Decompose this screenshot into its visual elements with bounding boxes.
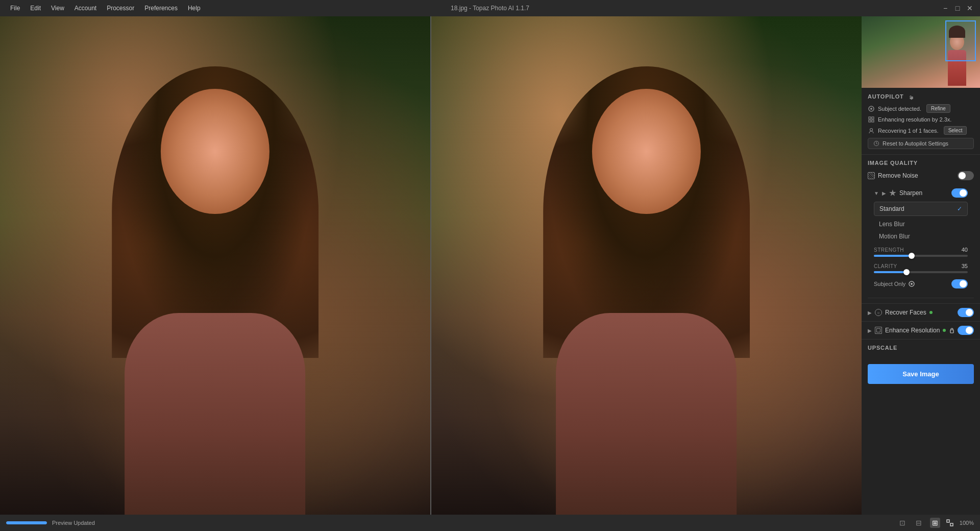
svg-point-6: [870, 128, 873, 131]
reset-icon: [873, 140, 879, 147]
fit-to-screen-icon[interactable]: [946, 519, 953, 526]
status-left: Preview Updated: [6, 520, 95, 526]
close-button[interactable]: ✕: [966, 4, 974, 12]
enhance-resolution-header[interactable]: ▶ Enhance Resolution: [868, 326, 974, 335]
thumbnail-selection[interactable]: [945, 20, 976, 61]
noise-icon: [868, 172, 875, 179]
thumbnail-area[interactable]: [862, 16, 980, 88]
remove-noise-row: Remove Noise: [868, 171, 974, 180]
upscale-title: UPSCALE: [868, 345, 974, 351]
sharpen-collapse-arrow[interactable]: ▼: [874, 190, 879, 196]
subject-only-toggle[interactable]: [951, 279, 968, 288]
view-split-icon[interactable]: ⊞: [930, 518, 940, 528]
menu-file[interactable]: File: [6, 3, 24, 14]
clarity-label: CLARITY: [874, 263, 897, 269]
remove-noise-toggle[interactable]: [958, 171, 974, 180]
motion-blur-text: Motion Blur: [879, 233, 910, 240]
enhance-resolution-status-dot: [943, 329, 946, 332]
maximize-button[interactable]: □: [953, 4, 962, 12]
recover-icon: [868, 127, 875, 134]
sharpen-text: Sharpen: [899, 189, 922, 197]
bottom-bar: Preview Updated ⊡ ⊟ ⊞ 100%: [0, 515, 980, 531]
subject-detected-row: Subject detected. Refine: [868, 104, 974, 113]
main-area: AUTOPILOT Subject detected. Refine Enhan…: [0, 16, 980, 515]
menu-edit[interactable]: Edit: [26, 3, 45, 14]
status-right: ⊡ ⊟ ⊞ 100%: [897, 518, 974, 528]
svg-point-1: [870, 108, 872, 110]
lock-icon: [949, 327, 955, 333]
right-panel: AUTOPILOT Subject detected. Refine Enhan…: [862, 16, 980, 515]
motion-blur-option[interactable]: Motion Blur: [874, 230, 968, 243]
strength-slider-track[interactable]: [874, 255, 968, 257]
menu-preferences[interactable]: Preferences: [140, 3, 182, 14]
clarity-slider-fill: [874, 271, 906, 273]
enhance-resolution-text: Enhance Resolution: [885, 327, 940, 334]
menu-bar: File Edit View Account Processor Prefere…: [6, 3, 205, 14]
autopilot-title: AUTOPILOT: [868, 93, 904, 100]
sharpen-expand-arrow[interactable]: ▶: [882, 190, 886, 196]
refine-button[interactable]: Refine: [926, 104, 950, 113]
subject-detected-text: Subject detected.: [878, 106, 921, 112]
strength-slider-thumb[interactable]: [909, 253, 915, 259]
enhance-icon: [868, 116, 875, 123]
reset-autopilot-button[interactable]: Reset to Autopilot Settings: [868, 138, 974, 149]
sharpen-toggle[interactable]: [951, 188, 968, 198]
subject-icon: [868, 105, 875, 112]
svg-rect-2: [869, 117, 871, 119]
recover-faces-status-dot: [929, 311, 933, 314]
enhancing-row: Enhancing resolution by 2.3x.: [868, 116, 974, 123]
minimize-button[interactable]: −: [941, 4, 949, 12]
person-figure-left: [86, 66, 345, 515]
progress-bar: [6, 521, 47, 524]
svg-rect-3: [872, 117, 874, 119]
clarity-value: 35: [962, 263, 968, 269]
svg-rect-11: [950, 523, 953, 526]
select-button[interactable]: Select: [944, 126, 967, 135]
recovering-text: Recovering 1 of 1 faces.: [878, 128, 939, 134]
upscale-section: UPSCALE: [862, 340, 980, 356]
subject-only-label: Subject Only: [874, 281, 915, 287]
recovering-row: Recovering 1 of 1 faces. Select: [868, 126, 974, 135]
faces-icon: ☺: [875, 309, 882, 316]
sharpen-mode-value: Standard: [879, 205, 904, 212]
image-quality-title: IMAGE QUALITY: [868, 160, 974, 166]
view-single-icon[interactable]: ⊡: [897, 518, 908, 528]
sharpen-header: ▼ ▶ Sharpen: [874, 184, 968, 202]
recover-faces-header[interactable]: ▶ ☺ Recover Faces: [868, 308, 974, 317]
person-figure-right: [518, 66, 776, 515]
subject-only-icon: [909, 281, 915, 287]
clarity-slider-track[interactable]: [874, 271, 968, 273]
check-icon: ✓: [957, 205, 962, 212]
view-compare-icon[interactable]: ⊟: [914, 518, 924, 528]
clarity-label-row: CLARITY 35: [874, 263, 968, 269]
progress-bar-fill: [6, 521, 47, 524]
sliders-section: STRENGTH 40 CLARITY 35: [874, 247, 968, 273]
lens-blur-text: Lens Blur: [879, 221, 905, 228]
remove-noise-text: Remove Noise: [878, 172, 918, 179]
menu-account[interactable]: Account: [70, 3, 101, 14]
clarity-slider-thumb[interactable]: [903, 269, 910, 275]
image-area: [0, 16, 862, 515]
recover-faces-toggle[interactable]: [958, 308, 974, 317]
sharpen-mode-dropdown[interactable]: Standard ✓: [874, 202, 968, 216]
recover-faces-arrow: ▶: [868, 310, 872, 316]
enhance-resolution-toggle[interactable]: [958, 326, 974, 335]
menu-view[interactable]: View: [47, 3, 68, 14]
gear-icon[interactable]: [907, 93, 914, 100]
save-button-container: Save Image: [862, 356, 980, 390]
save-image-button[interactable]: Save Image: [868, 364, 974, 384]
lens-blur-option[interactable]: Lens Blur: [874, 218, 968, 230]
sharpen-icon: [889, 189, 896, 197]
image-quality-section: IMAGE QUALITY Remove Noise ▼ ▶ Sharpen: [862, 155, 980, 304]
recover-faces-section: ▶ ☺ Recover Faces: [862, 304, 980, 322]
svg-rect-10: [947, 520, 949, 522]
original-image-panel: [0, 16, 430, 515]
window-controls: − □ ✕: [941, 4, 974, 12]
enhancing-text: Enhancing resolution by 2.3x.: [878, 116, 951, 123]
preview-updated-text: Preview Updated: [52, 520, 95, 526]
menu-help[interactable]: Help: [184, 3, 205, 14]
sharpen-section: ▼ ▶ Sharpen Standard ✓ Lens Blur Mot: [868, 184, 974, 298]
subject-only-text: Subject Only: [874, 281, 905, 287]
svg-rect-5: [872, 120, 874, 122]
menu-processor[interactable]: Processor: [103, 3, 138, 14]
